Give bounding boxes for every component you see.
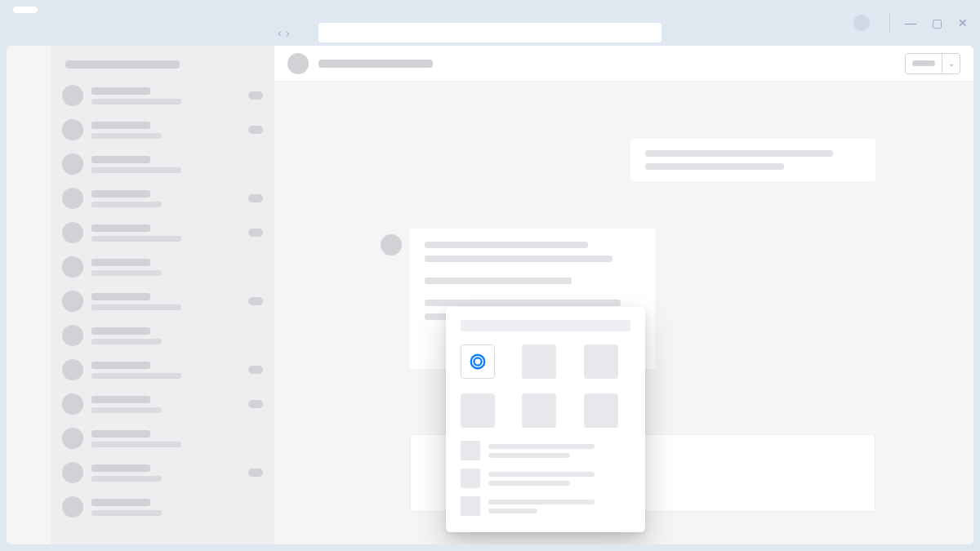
app-tile[interactable] [522,393,556,428]
chat-item-avatar [62,85,83,106]
chat-list-item[interactable] [51,455,274,490]
chat-item-title [91,430,150,438]
chat-list-item[interactable] [51,387,274,421]
chat-item-preview [91,236,181,242]
chat-item-avatar [62,119,83,140]
chevron-down-icon[interactable]: ⌄ [942,54,960,73]
chat-list-item[interactable] [51,250,274,284]
titlebar [0,0,980,20]
chat-item-badge [248,400,263,408]
app-tile[interactable] [461,393,495,428]
app-picker-popup [446,307,645,532]
app-row-sub [488,453,570,458]
chat-item-preview [91,476,162,482]
chat-item-title [91,499,150,506]
header-action-button[interactable]: ⌄ [905,53,960,74]
app-row-sub [488,481,570,486]
chat-list-item[interactable] [51,216,274,250]
chat-item-title [91,362,150,369]
message-line [645,150,833,157]
app-row-title [488,500,595,504]
conversation-header: ⌄ [274,46,973,82]
chat-item-preview [91,339,162,344]
header-action-label [912,60,935,66]
chat-list-item[interactable] [51,78,274,113]
message-outgoing [630,139,875,181]
scribe-icon [469,353,487,371]
chat-list-title [65,60,180,69]
maximize-icon[interactable]: ▢ [931,16,942,29]
app-picker-row[interactable] [461,496,630,516]
chat-item-avatar [62,428,83,449]
chat-item-preview [91,99,181,104]
chat-item-title [91,224,150,232]
chat-item-title [91,122,150,129]
nav-back-icon[interactable]: ‹ [278,27,281,39]
message-line [645,163,784,170]
message-avatar [381,234,402,256]
chat-item-badge [248,229,263,237]
conversation-title [318,60,433,68]
chat-item-badge [248,366,263,374]
close-icon[interactable]: ✕ [957,16,969,29]
conversation-body [274,82,973,544]
chat-item-avatar [62,222,83,243]
chat-list-header [51,46,274,78]
chat-list-item[interactable] [51,490,274,524]
app-picker-row[interactable] [461,469,630,488]
chat-item-title [91,190,150,198]
chat-item-preview [91,304,181,310]
chat-list-item[interactable] [51,181,274,216]
chat-list-item[interactable] [51,353,274,387]
app-picker-row[interactable] [461,441,630,460]
message-line [425,300,621,306]
nav-forward-icon[interactable]: › [286,27,289,39]
chat-list-item[interactable] [51,284,274,318]
app-tile[interactable] [522,344,556,379]
titlebar-logo [13,7,38,13]
chat-list-item[interactable] [51,421,274,455]
window-controls: — ▢ ✕ [853,0,969,46]
chat-item-title [91,87,150,95]
chat-list-item[interactable] [51,113,274,147]
minimize-icon[interactable]: — [905,16,916,29]
app-row-sub [488,509,537,513]
app-picker-search[interactable] [461,320,630,331]
app-row-title [488,444,595,449]
chat-item-avatar [62,359,83,380]
message-line [425,242,588,248]
chat-list-item[interactable] [51,147,274,181]
nav-arrows: ‹ › [278,27,290,39]
chat-item-title [91,396,150,403]
app-tile[interactable] [584,393,618,428]
svg-point-3 [474,358,481,365]
chat-list [51,46,274,544]
separator [889,12,890,33]
chat-item-preview [91,133,162,139]
chat-item-preview [91,407,162,413]
chat-item-title [91,156,150,163]
app-row-thumb [461,441,480,460]
top-toolbar: ‹ › [0,20,980,46]
chat-item-badge [248,194,263,202]
chat-item-avatar [62,462,83,483]
app-picker-grid [461,344,630,428]
message-line [425,256,612,262]
chat-item-title [91,259,150,266]
chat-item-badge [248,126,263,134]
app-tile[interactable] [584,344,618,379]
chat-list-item[interactable] [51,318,274,353]
conversation-avatar[interactable] [287,53,309,74]
conversation-pane: ⌄ [274,46,973,544]
chat-item-preview [91,202,162,207]
search-input[interactable] [318,23,662,42]
chat-item-badge [248,91,263,100]
app-tile-scribe[interactable] [461,344,495,379]
chat-item-avatar [62,153,83,175]
message-line [425,278,572,284]
chat-item-preview [91,373,181,379]
app-row-thumb [461,469,480,488]
chat-item-avatar [62,188,83,209]
chat-item-avatar [62,496,83,518]
user-avatar[interactable] [853,15,870,31]
